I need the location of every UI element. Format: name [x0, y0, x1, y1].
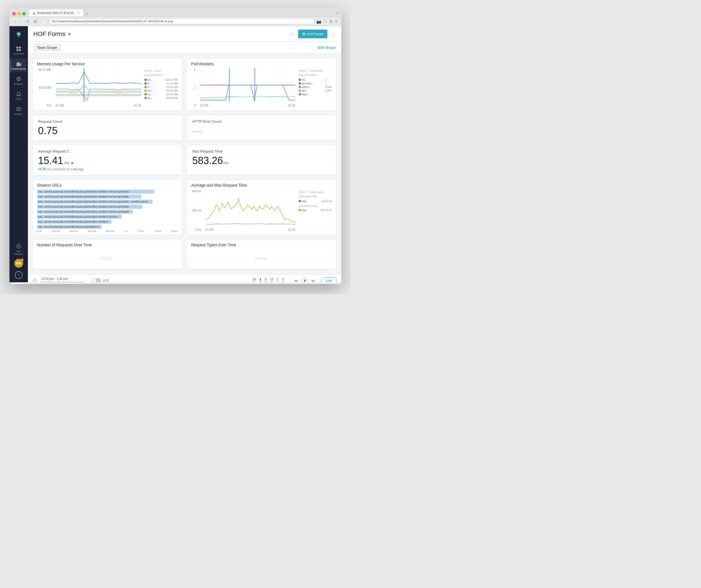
num-requests-title: Number of Requests Over Time — [33, 239, 182, 247]
avg-max-x-labels: 01 PM 01:30 — [206, 228, 295, 231]
legend-item: fr...57.10 MiB — [145, 82, 178, 85]
num-requests-panel: Number of Requests Over Time Loading... — [32, 239, 183, 270]
utc-toggle[interactable]: UTC — [92, 278, 109, 282]
user-avatar[interactable]: BM 1 — [14, 259, 23, 268]
url-bar-row: aaa...service.query.api.co/sandbox/query… — [37, 190, 178, 194]
memory-legend: 46.90 T value eng-prometheus... po...110… — [145, 68, 178, 107]
pod-x-labels: 01 PM 01:30 — [200, 104, 295, 107]
toggle-knob — [93, 279, 96, 282]
dashboards-label: Dashboards — [12, 67, 26, 70]
sidebar: › Overview — [9, 26, 28, 282]
svg-point-10 — [18, 78, 19, 80]
team-scope-button[interactable]: Team Scope — [33, 44, 61, 51]
memory-usage-title: Memory Usage Per Service — [33, 58, 182, 66]
minimize-dot[interactable] — [17, 12, 21, 15]
reload-button[interactable]: ↺ — [25, 19, 30, 24]
live-button[interactable]: Live — [321, 277, 336, 282]
add-panel-button[interactable]: ⊕ Add Panel — [298, 30, 327, 38]
memory-chart-svg — [56, 68, 141, 102]
sidebar-item-dashboards[interactable]: Dashboards — [10, 58, 26, 72]
num-requests-placeholder: Loading... — [33, 247, 182, 269]
sidebar-item-events[interactable]: Events — [11, 104, 27, 118]
legend-item: uk...30.00 MiB — [145, 96, 178, 99]
svg-rect-2 — [19, 47, 21, 48]
legend-item: beg-l... — [299, 93, 332, 96]
metric-compared-label: ms compared to — [47, 167, 69, 171]
sidebar-item-overview[interactable]: Overview — [11, 43, 27, 57]
memory-usage-panel: Memory Usage Per Service 95.37 MiB 47.68… — [32, 58, 183, 111]
get-started-icon — [16, 243, 22, 249]
sidebar-item-get-started[interactable]: Get Started — [11, 241, 27, 258]
search-icon[interactable]: ⌕ — [336, 10, 338, 15]
add-panel-label: Add Panel — [307, 32, 323, 36]
sidebar-item-alerts[interactable]: Alerts — [11, 89, 27, 103]
max-request-value: 583.26 — [192, 156, 223, 166]
zoom-1m[interactable]: 1 M — [259, 277, 262, 282]
sidebar-logo[interactable]: › — [13, 30, 24, 40]
slowest-urls-x-axis: 0 ns 200 ms 400 ms 600 ms 800 ms 1 s 1.2… — [37, 230, 178, 233]
pod-legend: 40.90 T 1.0000 value eng-prometheus... f… — [299, 68, 332, 107]
download-icon[interactable]: ⬇ — [329, 19, 333, 24]
avg-request-unit: ms — [64, 161, 69, 165]
menu-icon[interactable]: ≡ — [335, 19, 337, 24]
svg-rect-1 — [16, 47, 18, 48]
legend-item: en...46.73 MiB — [145, 89, 178, 92]
metric-ago-label: 1 day ago — [70, 167, 83, 171]
alerts-label: Alerts — [15, 97, 22, 101]
pause-button[interactable]: ⏸ — [301, 277, 309, 282]
explore-icon — [16, 76, 22, 82]
request-count-panel: Request Count 0.75 — [32, 115, 183, 141]
favorite-button[interactable]: ☆ — [290, 31, 295, 37]
trend-icon: ▲ — [70, 160, 74, 165]
close-dot[interactable] — [12, 12, 16, 15]
http-error-panel: HTTP Error Count — — [187, 115, 337, 141]
zoom-2w[interactable]: 2 W — [282, 277, 284, 282]
zoom-10m[interactable]: 10 M — [253, 277, 256, 282]
zoom-12h[interactable]: 12 H — [270, 277, 273, 282]
camera-icon[interactable]: 📷 — [316, 19, 321, 24]
bookmark-button[interactable]: 📄 — [40, 19, 47, 24]
avg-max-request-panel: Average and Max Request Time 400 ms 200 … — [187, 179, 337, 235]
skip-forward-button[interactable]: ⏭ — [310, 278, 316, 282]
overview-icon — [16, 46, 22, 52]
svg-rect-13 — [17, 108, 21, 111]
heart-icon[interactable]: ♡ — [323, 19, 327, 24]
memory-chart-container: 01 PM 01:30 — [56, 68, 141, 107]
svg-rect-5 — [17, 63, 18, 66]
events-icon — [16, 106, 22, 112]
zoom-1d[interactable]: 1 D — [277, 277, 278, 282]
pod-restarts-title: Pod Restarts — [187, 58, 336, 66]
help-button[interactable]: ? — [15, 271, 23, 279]
skip-back-button[interactable]: ⏮ — [293, 278, 299, 282]
maximize-dot[interactable] — [22, 12, 26, 15]
address-input[interactable] — [50, 18, 314, 24]
request-count-title: Request Count — [38, 120, 177, 124]
utc-label: UTC — [103, 279, 109, 282]
pod-y-labels: 2 1 0 — [191, 68, 197, 107]
apps-button[interactable]: ⊞ — [33, 19, 38, 24]
tab-close[interactable]: ✕ — [77, 11, 80, 15]
sidebar-item-explore[interactable]: Explore — [11, 74, 27, 87]
back-button[interactable]: ‹ — [13, 19, 17, 24]
events-label: Events — [14, 113, 23, 116]
svg-rect-4 — [19, 49, 21, 51]
zoom-6h[interactable]: 6 H — [265, 277, 267, 282]
forward-button[interactable]: › — [19, 19, 23, 24]
legend-item: avg...13.01 ms — [299, 200, 332, 202]
more-options-button[interactable]: ⋮ — [331, 31, 336, 37]
new-tab-button[interactable]: + — [85, 11, 88, 16]
explore-label: Explore — [14, 82, 23, 85]
edit-scope-button[interactable]: Edit Scope — [318, 45, 336, 50]
avg-max-chart-container: 01 PM 01:30 — [206, 190, 295, 231]
pod-restarts-panel: Pod Restarts 2 1 0 — [187, 58, 337, 111]
time-range-value: 12:30 pm - 1:30 pm — [41, 277, 84, 280]
request-types-placeholder: Loading... — [187, 247, 336, 269]
active-tab[interactable]: 🔒 Screenshot 2021-07-30 at 15... ✕ — [29, 9, 83, 16]
legend-item: avg...100.11 ms — [299, 209, 332, 211]
pod-chart-container: 01 PM 01:30 — [200, 68, 295, 107]
utc-toggle-switch[interactable] — [92, 278, 101, 282]
svg-rect-15 — [56, 68, 141, 102]
pause-icon: ⏸ — [303, 279, 306, 282]
legend-item: po...110.21 MiB — [145, 78, 178, 81]
url-bar-row: aaa...service.query.api.co/sandbox/query… — [37, 225, 178, 229]
